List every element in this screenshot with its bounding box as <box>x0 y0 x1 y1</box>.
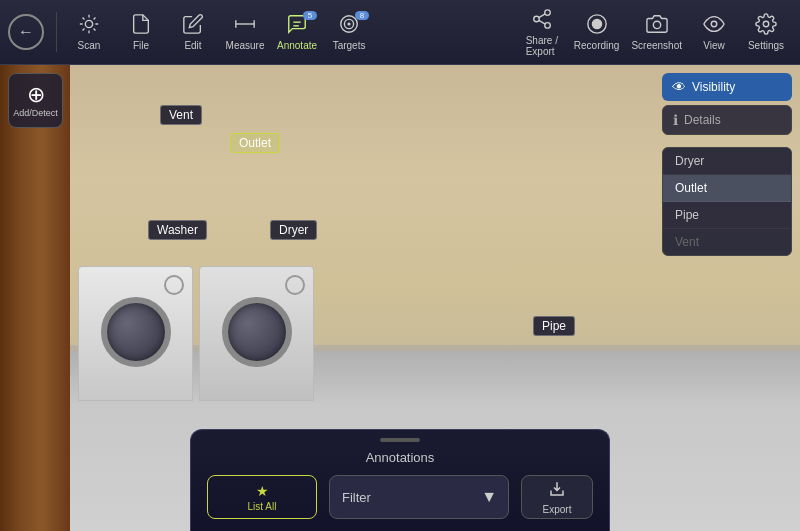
toolbar-item-measure[interactable]: Measure <box>219 9 271 55</box>
filter-wrapper: Filter All Dryer Washer Outlet Pipe Vent… <box>329 475 509 519</box>
toolbar-item-recording[interactable]: Recording <box>568 9 626 55</box>
panel-title: Annotations <box>207 450 593 465</box>
svg-point-16 <box>653 21 660 28</box>
toolbar-item-screenshot[interactable]: Screenshot <box>625 9 688 55</box>
annotation-pipe[interactable]: Pipe <box>533 316 575 336</box>
svg-line-13 <box>539 13 545 17</box>
annotate-badge: 5 <box>303 11 317 20</box>
annotation-dryer[interactable]: Dryer <box>270 220 317 240</box>
dryer-controls <box>285 275 305 295</box>
svg-point-15 <box>592 19 601 28</box>
export-icon <box>548 480 566 502</box>
list-all-button[interactable]: ★ List All <box>207 475 317 519</box>
scan-label: Scan <box>78 40 101 51</box>
bottom-panel: Annotations ★ List All Filter All Dryer … <box>190 429 610 531</box>
measure-label: Measure <box>226 40 265 51</box>
svg-point-10 <box>534 16 540 22</box>
add-icon: ⊕ <box>27 84 45 106</box>
dryer-window <box>222 297 292 367</box>
toolbar-item-targets[interactable]: 8 Targets <box>323 9 375 55</box>
annotations-list: Dryer Outlet Pipe Vent <box>662 147 792 256</box>
screenshot-label: Screenshot <box>631 40 682 51</box>
export-label: Export <box>543 504 572 515</box>
annotation-outlet[interactable]: Outlet <box>230 133 280 153</box>
filter-select[interactable]: Filter All Dryer Washer Outlet Pipe Vent <box>329 475 509 519</box>
toolbar-divider <box>56 12 57 52</box>
toolbar-item-settings[interactable]: Settings <box>740 9 792 55</box>
svg-point-17 <box>711 21 717 27</box>
details-button[interactable]: ℹ Details <box>662 105 792 135</box>
targets-badge: 8 <box>355 11 369 20</box>
recording-label: Recording <box>574 40 620 51</box>
file-label: File <box>133 40 149 51</box>
view-label: View <box>703 40 725 51</box>
scene-viewport: Vent Outlet Washer Dryer Pipe ⊕ Add/Dete… <box>0 65 800 531</box>
right-panel: 👁 Visibility ℹ Details Dryer Outlet Pipe… <box>662 73 792 256</box>
add-detect-label: Add/Detect <box>13 108 58 118</box>
star-icon: ★ <box>256 483 269 499</box>
toolbar-item-file[interactable]: File <box>115 9 167 55</box>
list-item-pipe[interactable]: Pipe <box>663 202 791 229</box>
add-detect-button[interactable]: ⊕ Add/Detect <box>8 73 63 128</box>
toolbar-item-share-export[interactable]: Share /Export <box>516 4 568 61</box>
visibility-button[interactable]: 👁 Visibility <box>662 73 792 101</box>
dryer <box>199 266 314 401</box>
annotate-label: Annotate <box>277 40 317 51</box>
wood-panel <box>0 65 70 531</box>
view-icon <box>703 13 725 38</box>
toolbar-item-scan[interactable]: Scan <box>63 9 115 55</box>
settings-icon <box>755 13 777 38</box>
screenshot-icon <box>646 13 668 38</box>
list-all-label: List All <box>248 501 277 512</box>
svg-point-11 <box>545 22 551 27</box>
toolbar-item-annotate[interactable]: 5 Annotate <box>271 9 323 55</box>
file-icon <box>130 13 152 38</box>
svg-point-0 <box>85 20 92 27</box>
info-icon: ℹ <box>673 112 678 128</box>
svg-line-12 <box>539 20 545 24</box>
edit-label: Edit <box>184 40 201 51</box>
list-item-outlet[interactable]: Outlet <box>663 175 791 202</box>
visibility-label: Visibility <box>692 80 735 94</box>
list-item-dryer[interactable]: Dryer <box>663 148 791 175</box>
svg-point-8 <box>348 23 350 25</box>
toolbar-item-view[interactable]: View <box>688 9 740 55</box>
svg-point-18 <box>763 21 769 27</box>
details-label: Details <box>684 113 721 127</box>
targets-label: Targets <box>333 40 366 51</box>
measure-icon <box>234 13 256 38</box>
scan-icon <box>78 13 100 38</box>
svg-point-9 <box>545 9 551 15</box>
eye-icon: 👁 <box>672 79 686 95</box>
recording-icon <box>586 13 608 38</box>
toolbar: ← Scan File Edit <box>0 0 800 65</box>
annotation-washer[interactable]: Washer <box>148 220 207 240</box>
share-icon <box>531 8 553 33</box>
washer-controls <box>164 275 184 295</box>
washer <box>78 266 193 401</box>
annotation-vent[interactable]: Vent <box>160 105 202 125</box>
back-button[interactable]: ← <box>8 14 44 50</box>
panel-actions: ★ List All Filter All Dryer Washer Outle… <box>207 475 593 519</box>
list-item-vent[interactable]: Vent <box>663 229 791 255</box>
toolbar-item-edit[interactable]: Edit <box>167 9 219 55</box>
edit-icon <box>182 13 204 38</box>
export-button[interactable]: Export <box>521 475 593 519</box>
washer-window <box>101 297 171 367</box>
share-label: Share /Export <box>526 35 558 57</box>
settings-label: Settings <box>748 40 784 51</box>
appliances <box>78 266 314 401</box>
panel-handle <box>380 438 420 442</box>
